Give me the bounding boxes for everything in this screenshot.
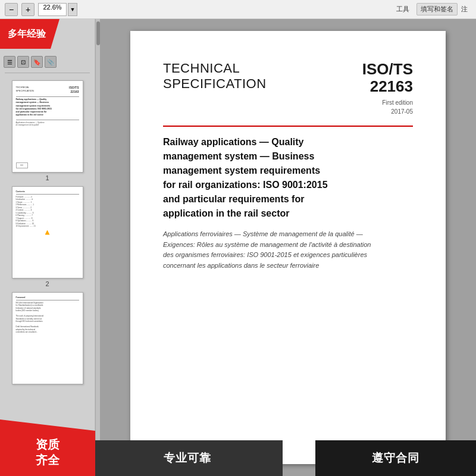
pdf-title-right-text: ISO/TS 22163	[362, 61, 413, 95]
pdf-main: TECHNICAL SPECIFICATION ISO/TS 22163 Fir…	[100, 19, 476, 476]
restore-button[interactable]: +	[21, 3, 35, 16]
badge-bottom-right: 遵守合同	[315, 440, 476, 476]
thumb-3-header: Foreword	[16, 296, 79, 299]
thumb-1-logo: ISO	[16, 162, 28, 168]
main-area: 多年经验 ☰ ⊡ 🔖 📎 TECHNICALSPECIFICATION ISO/…	[0, 19, 476, 476]
thumbnails-area: TECHNICALSPECIFICATION ISO/TS22163 Railw…	[0, 78, 95, 476]
pdf-divider	[163, 126, 413, 127]
nav-label: 注	[461, 5, 468, 14]
minimize-button[interactable]: −	[5, 3, 18, 16]
nav-icon-list[interactable]: ☰	[4, 56, 15, 68]
badge-bottom-center: 专业可靠	[92, 440, 283, 476]
nav-row-1: ☰ ⊡ 🔖 📎	[2, 55, 92, 69]
badge-top: 多年经验	[0, 19, 60, 49]
zoom-input[interactable]: 22.6%	[38, 3, 67, 16]
nav-icon-page[interactable]: ⊡	[17, 56, 29, 68]
pdf-main-title: Railway applications — Quality managemen…	[163, 135, 413, 221]
pdf-title-left: TECHNICAL SPECIFICATION	[163, 61, 267, 92]
nav-icon-bookmark[interactable]: 🔖	[31, 56, 43, 68]
thumb-2-warning	[45, 230, 50, 235]
thumbnail-page-3[interactable]: Foreword ISO (the International Organiza…	[2, 292, 92, 386]
thumb-1-header: TECHNICALSPECIFICATION ISO/TS22163	[16, 86, 79, 94]
tools-label: 工具	[396, 5, 409, 14]
pdf-edition: First edition 2017-05	[362, 98, 413, 116]
thumb-2-label: 2	[45, 280, 49, 287]
thumb-3-body: ISO (the International Organization for …	[16, 302, 79, 334]
sidebar: 多年经验 ☰ ⊡ 🔖 📎 TECHNICALSPECIFICATION ISO/…	[0, 19, 95, 476]
pdf-header: TECHNICAL SPECIFICATION ISO/TS 22163 Fir…	[163, 61, 413, 116]
badge-bottom-left-text: 资质 齐全	[36, 428, 60, 468]
sidebar-nav: ☰ ⊡ 🔖 📎	[0, 52, 95, 78]
thumb-3-page: Foreword ISO (the International Organiza…	[12, 292, 83, 384]
pdf-title-left-text: TECHNICAL SPECIFICATION	[163, 61, 267, 92]
thumb-1-title-right: ISO/TS22163	[69, 86, 79, 94]
badge-top-text: 多年经验	[8, 28, 52, 39]
thumb-3-divider	[16, 300, 79, 300]
nav-icon-attach[interactable]: 📎	[45, 56, 57, 68]
nav-divider	[5, 73, 90, 73]
thumb-1-divider2	[16, 120, 79, 120]
zoom-dropdown[interactable]: ▼	[68, 3, 77, 16]
pdf-title-right-block: ISO/TS 22163 First edition 2017-05	[362, 61, 413, 116]
thumb-1-label: 1	[45, 174, 49, 181]
pdf-subtitle: Applications ferroviaires — Système de m…	[163, 229, 413, 271]
sign-label[interactable]: 填写和签名	[416, 3, 458, 15]
thumb-1-page: TECHNICALSPECIFICATION ISO/TS22163 Railw…	[12, 80, 83, 173]
thumb-1-main-text: Railway applications — Qualitymanagement…	[16, 98, 79, 117]
zoom-control: 22.6% ▼	[38, 3, 77, 16]
thumbnail-page-2[interactable]: Contents Foreword .............. ii Intr…	[2, 186, 92, 287]
badge-bottom-right-text: 遵守合同	[372, 450, 419, 466]
thumb-2-page: Contents Foreword .............. ii Intr…	[12, 186, 83, 278]
thumb-1-title-left: TECHNICALSPECIFICATION	[16, 86, 34, 94]
thumb-3-content: Foreword ISO (the International Organiza…	[12, 293, 83, 337]
thumb-1-subtitle: Applications ferroviaires — Systèmede ma…	[16, 121, 79, 126]
pdf-page: TECHNICAL SPECIFICATION ISO/TS 22163 Fir…	[130, 31, 446, 464]
sidebar-scrollbar[interactable]	[95, 19, 100, 476]
thumb-2-header: Contents	[16, 190, 79, 193]
thumb-2-body: Foreword .............. ii Introduction …	[16, 196, 79, 228]
thumb-1-divider	[16, 96, 79, 97]
thumb-2-divider	[16, 194, 79, 195]
thumb-2-content: Contents Foreword .............. ii Intr…	[12, 187, 83, 241]
badge-bottom-center-text: 专业可靠	[164, 450, 211, 466]
thumbnail-page-1[interactable]: TECHNICALSPECIFICATION ISO/TS22163 Railw…	[2, 80, 92, 181]
toolbar: − + 22.6% ▼ 工具 填写和签名 注	[0, 0, 476, 19]
